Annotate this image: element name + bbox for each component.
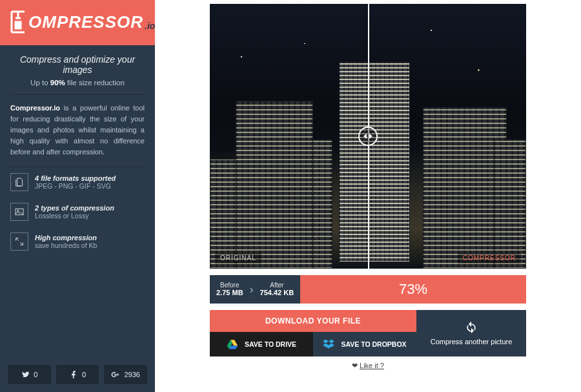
image-compare[interactable]: ORIGINAL COMPRESSOR bbox=[210, 4, 526, 269]
compress-again-button[interactable]: Compress another picture bbox=[416, 310, 526, 356]
facebook-icon bbox=[69, 370, 78, 379]
stat-after: After 754.42 KB bbox=[260, 282, 294, 297]
subline: Up to 90% file size reduction bbox=[0, 79, 155, 94]
description: Compressor.io is a powerful online tool … bbox=[0, 95, 155, 167]
save-dropbox-button[interactable]: SAVE TO DROPBOX bbox=[313, 332, 416, 356]
logo-text: OMPRESSOR bbox=[28, 12, 143, 32]
twitter-count: 0 bbox=[34, 371, 37, 378]
facebook-count: 0 bbox=[82, 371, 86, 378]
main: ORIGINAL COMPRESSOR Before 2.75 MB › Aft… bbox=[155, 0, 581, 392]
feature-compression: High compressionsave hundreds of Kb bbox=[0, 227, 155, 256]
logo[interactable]: OMPRESSOR .io bbox=[0, 0, 155, 45]
file-icon bbox=[10, 173, 28, 191]
drive-icon bbox=[227, 339, 238, 349]
actions: DOWNLOAD YOUR FILE SAVE TO DRIVE SAVE TO… bbox=[210, 310, 526, 356]
like-it: ❤ Like it ? bbox=[210, 362, 526, 370]
chevron-right-icon: › bbox=[250, 283, 254, 296]
feature-types: 2 types of compressionLossless or Lossy bbox=[0, 197, 155, 227]
image-icon bbox=[10, 203, 28, 221]
feature-formats: 4 file formats supportedJPEG - PNG - GIF… bbox=[0, 167, 155, 197]
gplus-count: 2936 bbox=[124, 371, 139, 378]
compress-icon bbox=[10, 232, 28, 251]
logo-suffix: .io bbox=[145, 21, 155, 31]
sidebar: OMPRESSOR .io Compress and optimize your… bbox=[0, 0, 155, 392]
social-row: 0 0 2936 bbox=[0, 358, 155, 392]
stat-before: Before 2.75 MB bbox=[216, 282, 243, 297]
like-it-link[interactable]: Like it ? bbox=[360, 362, 384, 369]
stat-percent: 73% bbox=[300, 275, 526, 304]
twitter-button[interactable]: 0 bbox=[8, 365, 51, 384]
svg-marker-7 bbox=[329, 340, 334, 344]
gplus-button[interactable]: 2936 bbox=[104, 365, 147, 384]
svg-rect-0 bbox=[15, 22, 21, 28]
dropbox-icon bbox=[323, 339, 334, 349]
stats-bar: Before 2.75 MB › After 754.42 KB 73% bbox=[210, 275, 526, 304]
label-original: ORIGINAL bbox=[215, 253, 261, 263]
label-compressor: COMPRESSOR bbox=[458, 253, 521, 263]
refresh-icon bbox=[465, 321, 478, 334]
compare-handle[interactable] bbox=[358, 127, 378, 146]
twitter-icon bbox=[21, 370, 30, 379]
clamp-icon bbox=[8, 9, 27, 35]
facebook-button[interactable]: 0 bbox=[56, 365, 99, 384]
tagline: Compress and optimize your images bbox=[0, 45, 155, 79]
save-drive-button[interactable]: SAVE TO DRIVE bbox=[210, 332, 313, 356]
gplus-icon bbox=[111, 370, 120, 379]
download-button[interactable]: DOWNLOAD YOUR FILE bbox=[210, 310, 416, 332]
svg-marker-6 bbox=[323, 340, 329, 344]
